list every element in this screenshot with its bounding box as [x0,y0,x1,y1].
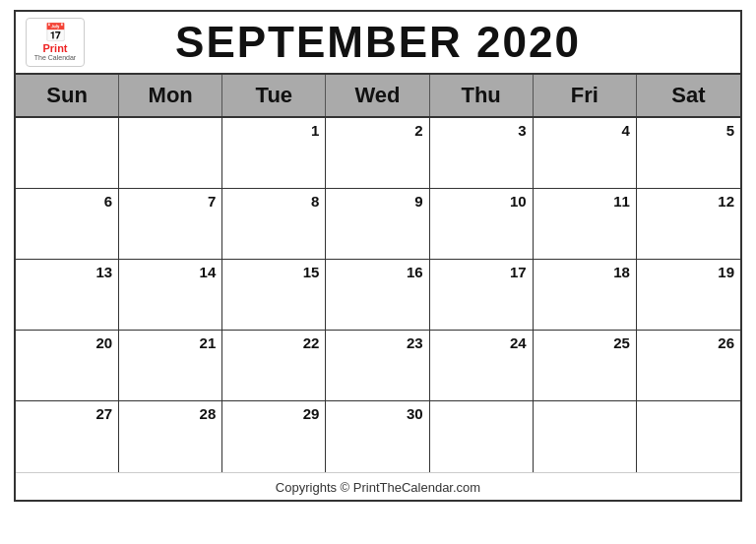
day-header-tue: Tue [222,75,326,116]
date-number: 25 [539,334,630,351]
calendar-cell: 13 [16,260,119,331]
calendar-cell: 9 [326,189,429,260]
date-number: 2 [332,122,422,139]
date-number: 22 [228,334,319,351]
calendar-cell: 7 [119,189,222,260]
days-header: SunMonTueWedThuFriSat [16,75,740,118]
calendar-cell [534,401,637,472]
logo: 📅 Print The Calendar [26,18,85,67]
calendar-cell: 5 [637,118,740,189]
calendar-cell: 20 [16,331,119,401]
date-number: 16 [332,264,422,280]
date-number: 11 [539,193,630,210]
day-header-sat: Sat [637,75,740,116]
calendar-cell [430,401,534,472]
date-number: 15 [228,264,319,280]
calendar-cell: 22 [222,331,326,401]
calendar-cell: 15 [222,260,326,331]
calendar-cell [119,118,222,189]
calendar-cell: 21 [119,331,222,401]
date-number: 30 [332,405,422,422]
calendar-grid: 1234567891011121314151617181920212223242… [16,118,740,472]
calendar-cell: 12 [637,189,740,260]
date-number: 27 [22,405,112,422]
date-number: 14 [125,264,216,280]
date-number: 26 [643,334,734,351]
date-number: 12 [643,193,734,210]
date-number: 28 [125,405,216,422]
day-header-sun: Sun [16,75,119,116]
day-header-thu: Thu [430,75,534,116]
calendar-cell: 25 [534,331,637,401]
header: 📅 Print The Calendar SEPTEMBER 2020 [16,12,740,75]
calendar-cell: 24 [430,331,534,401]
date-number: 13 [22,264,112,280]
date-number: 4 [539,122,630,139]
calendar-cell: 29 [222,401,326,472]
footer: Copyrights © PrintTheCalendar.com [16,472,740,500]
calendar-cell [637,401,740,472]
date-number: 6 [22,193,112,210]
date-number: 8 [228,193,319,210]
calendar-cell: 18 [534,260,637,331]
date-number: 23 [332,334,422,351]
calendar-cell: 8 [222,189,326,260]
date-number: 24 [436,334,527,351]
date-number: 29 [228,405,319,422]
calendar-cell [16,118,119,189]
date-number: 3 [436,122,527,139]
calendar-cell: 4 [534,118,637,189]
calendar-cell: 23 [326,331,429,401]
date-number: 9 [332,193,422,210]
logo-print: Print [42,43,67,54]
calendar-cell: 10 [430,189,534,260]
day-header-fri: Fri [534,75,637,116]
calendar-cell: 27 [16,401,119,472]
calendar-cell: 11 [534,189,637,260]
calendar-cell: 2 [326,118,429,189]
date-number: 21 [125,334,216,351]
calendar-cell: 30 [326,401,429,472]
calendar-cell: 14 [119,260,222,331]
day-header-mon: Mon [119,75,222,116]
calendar-cell: 16 [326,260,429,331]
date-number: 18 [539,264,630,280]
logo-sub: The Calendar [34,54,76,62]
date-number: 5 [643,122,734,139]
date-number: 7 [125,193,216,210]
calendar-cell: 17 [430,260,534,331]
calendar-cell: 28 [119,401,222,472]
date-number: 19 [643,264,734,280]
calendar-cell: 19 [637,260,740,331]
calendar: 📅 Print The Calendar SEPTEMBER 2020 SunM… [14,10,742,502]
date-number: 20 [22,334,112,351]
date-number: 17 [436,264,527,280]
calendar-cell: 1 [222,118,326,189]
date-number: 1 [228,122,319,139]
day-header-wed: Wed [326,75,429,116]
calendar-cell: 26 [637,331,740,401]
month-title: SEPTEMBER 2020 [175,18,581,67]
logo-icon: 📅 [44,22,66,43]
calendar-cell: 6 [16,189,119,260]
calendar-cell: 3 [430,118,534,189]
date-number: 10 [436,193,527,210]
